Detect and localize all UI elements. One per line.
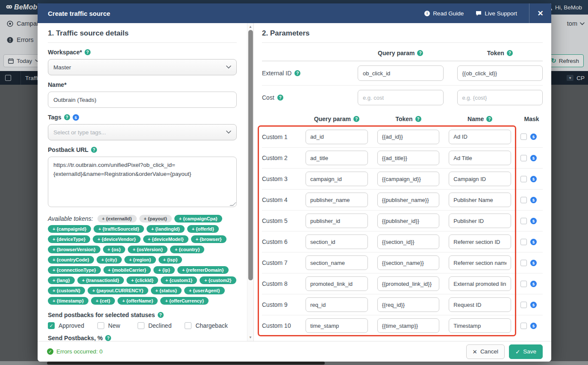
save-button[interactable]: Save bbox=[509, 344, 543, 359]
token-chip[interactable]: + {osVersion} bbox=[128, 246, 168, 253]
custom-name-input[interactable] bbox=[449, 130, 511, 144]
close-icon[interactable] bbox=[529, 3, 551, 23]
mask-checkbox[interactable] bbox=[520, 281, 527, 287]
help-icon[interactable]: ? bbox=[415, 116, 421, 122]
custom-name-input[interactable] bbox=[449, 172, 511, 186]
mask-checkbox[interactable] bbox=[520, 134, 527, 140]
custom-token-input[interactable] bbox=[377, 193, 440, 207]
token-chip[interactable]: + {timestamp} bbox=[48, 297, 88, 305]
help-icon[interactable]: ? bbox=[294, 70, 300, 76]
cost-query-input[interactable] bbox=[358, 90, 444, 105]
token-chip[interactable]: + {offerName} bbox=[118, 297, 158, 305]
money-icon[interactable]: $ bbox=[530, 281, 537, 287]
mask-checkbox[interactable] bbox=[520, 176, 527, 182]
money-icon[interactable]: $ bbox=[530, 155, 537, 161]
custom-query-input[interactable] bbox=[306, 318, 368, 333]
cancel-button[interactable]: Cancel bbox=[466, 344, 505, 359]
custom-query-input[interactable] bbox=[306, 130, 368, 144]
custom-token-input[interactable] bbox=[377, 130, 440, 144]
custom-name-input[interactable] bbox=[449, 234, 511, 249]
vertical-scrollbar-thumb[interactable] bbox=[248, 30, 253, 280]
token-chip[interactable]: + {campaignCpa} bbox=[174, 215, 222, 223]
token-chip[interactable]: + {country} bbox=[170, 246, 204, 253]
money-icon[interactable]: $ bbox=[530, 134, 537, 140]
custom-name-input[interactable] bbox=[449, 193, 511, 207]
custom-token-input[interactable] bbox=[377, 318, 440, 333]
custom-token-input[interactable] bbox=[377, 172, 440, 186]
checkbox-icon[interactable] bbox=[138, 322, 144, 329]
status-checkbox-declined[interactable]: Declined bbox=[138, 322, 185, 329]
help-icon[interactable]: ? bbox=[85, 49, 91, 55]
token-chip[interactable]: + {clickId} bbox=[126, 276, 158, 284]
help-icon[interactable]: ? bbox=[417, 50, 423, 56]
vertical-scrollbar[interactable]: ▲ ▼ bbox=[247, 23, 253, 341]
token-chip[interactable]: + {transactionId} bbox=[77, 276, 124, 284]
token-chip[interactable]: + {browserVersion} bbox=[48, 246, 100, 253]
custom-name-input[interactable] bbox=[449, 151, 511, 165]
custom-token-input[interactable] bbox=[377, 297, 440, 312]
token-chip[interactable]: + {deviceVendor} bbox=[93, 235, 141, 243]
custom-query-input[interactable] bbox=[306, 151, 368, 165]
status-checkbox-chargeback[interactable]: Chargeback bbox=[185, 322, 237, 329]
tags-select[interactable]: Select or type tags... bbox=[48, 124, 237, 140]
name-input[interactable] bbox=[48, 92, 237, 108]
custom-token-input[interactable] bbox=[377, 276, 440, 291]
checkbox-icon[interactable] bbox=[97, 322, 104, 329]
custom-query-input[interactable] bbox=[306, 276, 368, 291]
custom-query-input[interactable] bbox=[306, 234, 368, 249]
token-chip[interactable]: + {customN} bbox=[48, 287, 85, 294]
token-chip[interactable]: + {status} bbox=[151, 287, 182, 294]
status-checkbox-approved[interactable]: Approved bbox=[48, 322, 97, 329]
token-chip[interactable]: + {connectionType} bbox=[48, 266, 101, 274]
money-icon[interactable]: $ bbox=[530, 302, 537, 308]
custom-token-input[interactable] bbox=[377, 255, 440, 270]
mask-checkbox[interactable] bbox=[520, 302, 527, 308]
help-icon[interactable]: ? bbox=[507, 50, 513, 56]
token-chip[interactable]: + {payout.CURRENCY} bbox=[88, 287, 148, 294]
mask-checkbox[interactable] bbox=[520, 197, 527, 203]
token-chip[interactable]: + {custom1} bbox=[161, 276, 197, 284]
custom-query-input[interactable] bbox=[306, 214, 368, 228]
money-icon[interactable]: $ bbox=[530, 239, 537, 245]
mask-checkbox[interactable] bbox=[520, 323, 527, 329]
external-id-token-input[interactable] bbox=[457, 65, 543, 81]
custom-token-input[interactable] bbox=[377, 234, 440, 249]
money-icon[interactable]: $ bbox=[73, 114, 79, 121]
help-icon[interactable]: ? bbox=[64, 114, 70, 120]
token-chip[interactable]: + {deviceType} bbox=[48, 235, 90, 243]
mask-checkbox[interactable] bbox=[520, 260, 527, 266]
custom-token-input[interactable] bbox=[377, 214, 440, 228]
status-checkbox-new[interactable]: New bbox=[97, 322, 138, 329]
token-chip[interactable]: + {offerCurrency} bbox=[160, 297, 209, 305]
token-chip[interactable]: + {campaignId} bbox=[48, 225, 91, 233]
external-id-query-input[interactable] bbox=[358, 65, 444, 81]
custom-token-input[interactable] bbox=[377, 151, 440, 165]
token-chip[interactable]: + {browser} bbox=[191, 235, 226, 243]
help-icon[interactable]: ? bbox=[486, 116, 492, 122]
checkbox-icon[interactable] bbox=[48, 322, 55, 329]
custom-name-input[interactable] bbox=[449, 276, 511, 291]
token-chip[interactable]: + {referrerDomain} bbox=[177, 266, 229, 274]
token-chip[interactable]: + {isp} bbox=[159, 256, 182, 264]
custom-query-input[interactable] bbox=[306, 172, 368, 186]
token-chip[interactable]: + {mobileCarrier} bbox=[103, 266, 151, 274]
custom-query-input[interactable] bbox=[306, 297, 368, 312]
custom-name-input[interactable] bbox=[449, 297, 511, 312]
token-chip[interactable]: + {externalId} bbox=[97, 215, 137, 223]
money-icon[interactable]: $ bbox=[530, 176, 537, 182]
mask-checkbox[interactable] bbox=[520, 218, 527, 224]
token-chip[interactable]: + {cet} bbox=[91, 297, 115, 305]
live-support-link[interactable]: Live Support bbox=[476, 10, 517, 17]
help-icon[interactable]: ? bbox=[91, 147, 97, 153]
token-chip[interactable]: + {deviceModel} bbox=[143, 235, 188, 243]
custom-query-input[interactable] bbox=[306, 193, 368, 207]
money-icon[interactable]: $ bbox=[530, 218, 537, 224]
help-icon[interactable]: ? bbox=[353, 116, 359, 122]
token-chip[interactable]: + {lang} bbox=[48, 276, 75, 284]
token-chip[interactable]: + {trafficSourceId} bbox=[94, 225, 144, 233]
token-chip[interactable]: + {region} bbox=[124, 256, 156, 264]
custom-name-input[interactable] bbox=[449, 318, 511, 333]
token-chip[interactable]: + {city} bbox=[97, 256, 122, 264]
help-icon[interactable]: ? bbox=[158, 312, 164, 318]
mask-checkbox[interactable] bbox=[520, 155, 527, 161]
